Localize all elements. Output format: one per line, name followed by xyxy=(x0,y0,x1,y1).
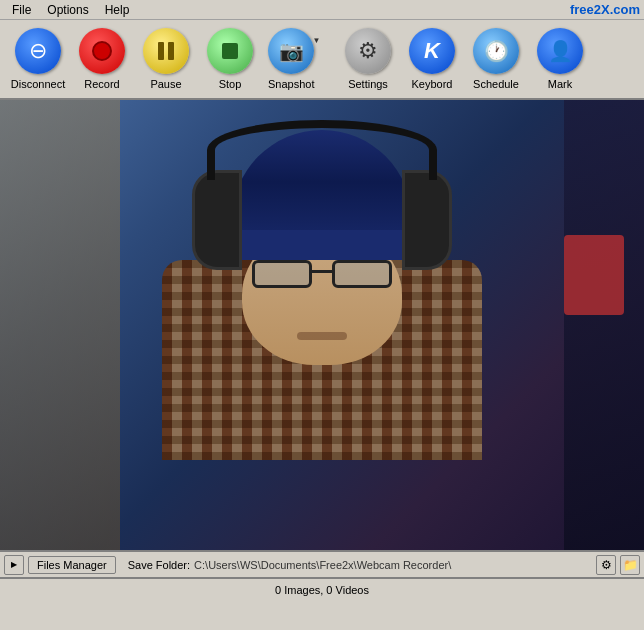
info-status: 0 Images, 0 Videos xyxy=(275,584,369,596)
schedule-button[interactable]: 🕐 Schedule xyxy=(466,24,526,94)
record-dot xyxy=(92,41,112,61)
person-head xyxy=(222,140,422,360)
settings-label: Settings xyxy=(348,78,388,90)
menu-help[interactable]: Help xyxy=(97,1,138,19)
headphones-band xyxy=(207,120,437,180)
statusbar-right: ⚙ 📁 xyxy=(596,555,640,575)
snapshot-dropdown-arrow[interactable]: ▼ xyxy=(312,36,320,45)
mouth xyxy=(297,332,347,340)
keyboard-button[interactable]: K Keybord xyxy=(402,24,462,94)
save-folder-path: C:\Users\WS\Documents\Free2x\Webcam Reco… xyxy=(194,559,451,571)
pause-bars xyxy=(158,42,174,60)
record-icon xyxy=(79,28,125,74)
stop-square xyxy=(222,43,238,59)
keyboard-k-letter: K xyxy=(424,38,440,64)
mark-button[interactable]: 👤 Mark xyxy=(530,24,590,94)
menu-file[interactable]: File xyxy=(4,1,39,19)
keyboard-icon: K xyxy=(409,28,455,74)
person-container xyxy=(0,100,644,550)
snapshot-label: Snapshot xyxy=(268,78,314,90)
pause-button[interactable]: Pause xyxy=(136,24,196,94)
settings-icon: ⚙ xyxy=(345,28,391,74)
pause-icon xyxy=(143,28,189,74)
headphones-left xyxy=(192,170,242,270)
glasses-right-lens xyxy=(332,260,392,288)
record-button[interactable]: Record xyxy=(72,24,132,94)
statusbar-folder-button[interactable]: 📁 xyxy=(620,555,640,575)
menu-options[interactable]: Options xyxy=(39,1,96,19)
menubar: File Options Help free2X.com xyxy=(0,0,644,20)
glasses xyxy=(252,260,392,290)
keyboard-label: Keybord xyxy=(412,78,453,90)
snapshot-icon: 📷 xyxy=(268,28,314,74)
statusbar-gear-button[interactable]: ⚙ xyxy=(596,555,616,575)
pause-label: Pause xyxy=(150,78,181,90)
toolbar: ⊖ Disconnect Record Pause Stop � xyxy=(0,20,644,100)
headphones-right xyxy=(402,170,452,270)
statusbar: ▶ Files Manager Save Folder: C:\Users\WS… xyxy=(0,550,644,578)
disconnect-icon: ⊖ xyxy=(15,28,61,74)
disconnect-button[interactable]: ⊖ Disconnect xyxy=(8,24,68,94)
snapshot-button[interactable]: 📷 Snapshot ▼ xyxy=(264,24,334,94)
disconnect-label: Disconnect xyxy=(11,78,65,90)
play-button[interactable]: ▶ xyxy=(4,555,24,575)
glasses-bridge xyxy=(312,270,332,273)
files-manager-button[interactable]: Files Manager xyxy=(28,556,116,574)
save-folder-label: Save Folder: xyxy=(128,559,190,571)
glasses-left-lens xyxy=(252,260,312,288)
mark-icon: 👤 xyxy=(537,28,583,74)
schedule-icon: 🕐 xyxy=(473,28,519,74)
stop-icon xyxy=(207,28,253,74)
webcam-content xyxy=(0,100,644,550)
record-label: Record xyxy=(84,78,119,90)
mark-label: Mark xyxy=(548,78,572,90)
brand-label: free2X.com xyxy=(570,2,640,17)
settings-button[interactable]: ⚙ Settings xyxy=(338,24,398,94)
schedule-label: Schedule xyxy=(473,78,519,90)
video-area xyxy=(0,100,644,550)
stop-label: Stop xyxy=(219,78,242,90)
infobar: 0 Images, 0 Videos xyxy=(0,578,644,600)
stop-button[interactable]: Stop xyxy=(200,24,260,94)
